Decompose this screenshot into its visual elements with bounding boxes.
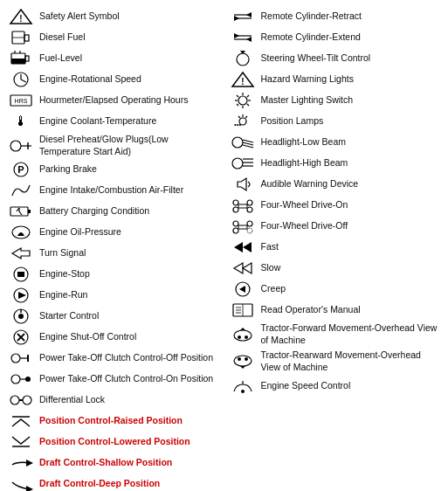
svg-marker-49	[26, 460, 33, 467]
svg-marker-31	[18, 292, 26, 299]
position-lamps-label: Position Lamps	[261, 115, 324, 128]
list-item: Diesel Fuel	[5, 28, 222, 47]
parking-brake-icon: P	[7, 161, 35, 178]
list-item: Position Control-Raised Position	[5, 411, 222, 431]
diff-lock-label: Differential Lock	[39, 394, 105, 406]
list-item: Master Lighting Switch	[227, 91, 444, 110]
svg-rect-100	[238, 225, 247, 229]
position-raised-label: Position Control-Raised Position	[39, 415, 183, 427]
svg-point-69	[238, 96, 247, 105]
headlight-low-icon	[229, 134, 257, 151]
draft-shallow-label: Draft Control-Shallow Position	[39, 457, 172, 469]
hourmeter-label: Hourmeter/Elapsed Operating Hours	[39, 94, 188, 107]
list-item: Draft Control-Shallow Position	[5, 453, 222, 473]
list-item: !Hazard Warning Lights	[227, 70, 444, 89]
svg-marker-50	[26, 486, 33, 491]
engine-run-label: Engine-Run	[39, 289, 87, 301]
steering-tilt-icon	[229, 50, 257, 67]
list-item: Engine-Rotational Speed	[5, 70, 222, 89]
list-item: Slow	[227, 259, 444, 278]
svg-line-76	[247, 95, 249, 97]
svg-point-16	[10, 141, 21, 151]
list-item: Four-Wheel Drive-Off	[227, 217, 444, 236]
svg-point-114	[238, 335, 241, 339]
list-item: HRSHourmeter/Elapsed Operating Hours	[5, 91, 222, 110]
list-item: Creep	[227, 280, 444, 299]
hourmeter-icon: HRS	[7, 92, 35, 109]
position-lamps-icon: •••	[229, 113, 257, 130]
fuel-level-label: Fuel-Level	[39, 52, 82, 65]
right-column: Remote Cylinder-RetractRemote Cylinder-E…	[227, 7, 444, 491]
tractor-forward-label: Tractor-Forward Movement-Overhead View o…	[261, 322, 442, 346]
list-item: Engine Speed Control	[227, 377, 444, 396]
list-item: Four-Wheel Drive-On	[227, 196, 444, 215]
svg-text:HRS: HRS	[15, 98, 28, 104]
svg-marker-104	[243, 263, 252, 273]
svg-rect-3	[24, 35, 29, 41]
list-item: Position Control-Lowered Position	[5, 432, 222, 452]
list-item: 🌡Engine Coolant-Temperature	[5, 112, 222, 131]
engine-rotational-icon	[7, 71, 35, 88]
svg-text:•••: •••	[234, 121, 242, 128]
list-item: Remote Cylinder-Retract	[227, 7, 444, 26]
svg-point-116	[234, 356, 252, 366]
hazard-warning-icon: !	[229, 71, 257, 88]
creep-icon	[229, 280, 257, 298]
list-item: !Safety Alert Symbol	[5, 7, 222, 26]
svg-point-97	[247, 221, 252, 226]
svg-marker-101	[234, 242, 243, 252]
svg-text:!: !	[19, 14, 22, 24]
svg-line-81	[245, 116, 247, 118]
list-item: PParking Brake	[5, 160, 222, 179]
svg-line-77	[237, 104, 238, 106]
four-wheel-on-label: Four-Wheel Drive-On	[261, 199, 348, 211]
creep-label: Creep	[261, 283, 286, 295]
engine-oil-icon	[7, 224, 35, 241]
engine-stop-label: Engine-Stop	[39, 268, 90, 280]
svg-point-83	[232, 137, 243, 148]
fast-icon	[229, 239, 257, 256]
svg-point-118	[238, 357, 241, 361]
operators-manual-label: Read Operator's Manual	[261, 304, 361, 316]
draft-deep-icon	[7, 475, 35, 491]
list-item: Fast	[227, 238, 444, 257]
slow-icon	[229, 259, 257, 277]
audible-warning-icon	[229, 176, 257, 193]
svg-point-38	[11, 354, 20, 363]
svg-point-64	[237, 53, 249, 66]
diesel-fuel-label: Diesel Fuel	[39, 31, 86, 44]
fast-label: Fast	[261, 241, 279, 253]
list-item: Starter Control	[5, 307, 222, 326]
svg-point-98	[233, 228, 238, 233]
remote-extend-label: Remote Cylinder-Extend	[261, 31, 361, 44]
draft-deep-label: Draft Control-Deep Position	[39, 478, 160, 490]
svg-marker-59	[234, 16, 239, 21]
svg-marker-61	[234, 33, 239, 38]
svg-text:🌡: 🌡	[14, 114, 28, 128]
tractor-forward-icon	[229, 326, 257, 343]
svg-rect-95	[238, 204, 247, 208]
remote-retract-label: Remote Cylinder-Retract	[261, 10, 362, 23]
list-item: Engine-Run	[5, 286, 222, 305]
remote-extend-icon	[229, 29, 257, 46]
list-item: Headlight-High Beam	[227, 154, 444, 173]
steering-tilt-label: Steering Wheel-Tilt Control	[261, 52, 371, 65]
svg-point-91	[233, 200, 238, 205]
engine-speed-icon	[229, 377, 257, 395]
position-raised-icon	[7, 412, 35, 430]
position-lowered-label: Position Control-Lowered Position	[39, 436, 190, 448]
battery-charging-icon	[7, 203, 35, 220]
list-item: Tractor-Rearward Movement-Overhead View …	[227, 349, 444, 374]
list-item: Power Take-Off Clutch Control-Off Positi…	[5, 349, 222, 368]
diff-lock-icon	[7, 391, 35, 409]
svg-point-44	[10, 396, 19, 405]
svg-line-86	[243, 145, 253, 148]
tractor-rearward-icon	[229, 353, 257, 370]
svg-line-25	[19, 211, 22, 215]
svg-point-119	[245, 357, 248, 361]
svg-line-12	[21, 80, 26, 82]
engine-intake-label: Engine Intake/Combustion Air-Filter	[39, 184, 183, 197]
list-item: Read Operator's Manual	[227, 301, 444, 320]
four-wheel-off-icon	[229, 218, 257, 235]
svg-marker-117	[240, 366, 245, 369]
